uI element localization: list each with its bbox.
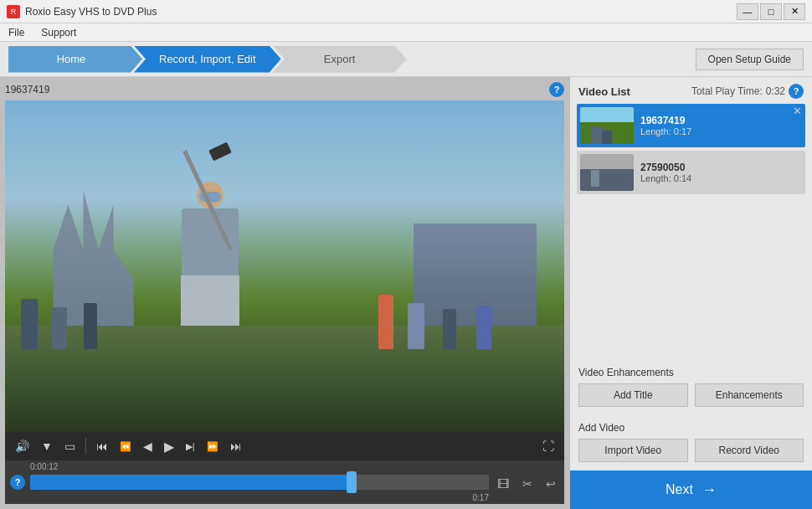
fullscreen-button[interactable]: ⛶	[539, 438, 558, 455]
next-arrow-icon: →	[702, 481, 717, 499]
volume-button[interactable]: 🔊	[12, 438, 33, 455]
timeline-area: ? 0:00:12 0:17 🎞 ✂ ↩	[5, 460, 564, 504]
titlebar: R Roxio Easy VHS to DVD Plus — □ ✕	[0, 0, 812, 23]
forward-10-button[interactable]: ⏩	[203, 440, 222, 454]
video-item-2-length: Length: 0:14	[640, 173, 802, 183]
timeline-current-time: 0:00:12	[30, 462, 58, 471]
enhancements-buttons: Add Title Enhancements	[578, 383, 804, 407]
app-icon: R	[7, 5, 20, 18]
enhancements-section-title: Video Enhancements	[578, 367, 804, 378]
video-title-bar: 19637419 ?	[5, 82, 564, 97]
video-item-2-info: 27590050 Length: 0:14	[640, 162, 802, 183]
controls-separator-1	[85, 438, 86, 455]
timeline-help-button[interactable]: ?	[10, 475, 25, 490]
video-item-1-length: Length: 0:17	[640, 126, 802, 136]
main-content: 19637419 ?	[0, 77, 812, 509]
skip-to-end-button[interactable]: ⏭	[227, 438, 245, 455]
video-item-2[interactable]: 27590050 Length: 0:14 ✕	[577, 151, 805, 194]
menu-file[interactable]: File	[5, 27, 28, 39]
enhancements-button[interactable]: Enhancements	[695, 383, 804, 407]
crowd-left	[5, 249, 162, 349]
record-video-button[interactable]: Record Video	[695, 439, 804, 462]
phone	[208, 142, 232, 162]
video-item-2-name: 27590050	[640, 162, 802, 173]
video-list: 19637419 Length: 0:17 ✕ 27590050	[570, 104, 812, 194]
left-panel: 19637419 ?	[0, 77, 569, 509]
add-video-section-title: Add Video	[578, 422, 804, 434]
video-scene	[5, 100, 564, 432]
step-back-button[interactable]: ◀	[140, 438, 156, 455]
cut-button[interactable]: ✂	[519, 476, 536, 491]
timeline-progress	[30, 475, 352, 490]
close-button[interactable]: ✕	[784, 3, 805, 20]
maximize-button[interactable]: □	[760, 3, 782, 20]
video-thumb-1	[580, 107, 634, 144]
right-panel: Video List Total Play Time: 0:32 ? 19637…	[569, 77, 812, 509]
video-frame	[5, 100, 564, 432]
tab-export[interactable]: Export	[273, 46, 407, 73]
video-item-1-info: 19637419 Length: 0:17	[640, 115, 802, 136]
video-thumb-2	[580, 154, 634, 191]
tab-home[interactable]: Home	[8, 46, 142, 73]
menu-support[interactable]: Support	[38, 27, 80, 39]
video-list-header: Video List Total Play Time: 0:32 ?	[570, 77, 812, 104]
titlebar-left: R Roxio Easy VHS to DVD Plus	[7, 5, 157, 18]
tab-record-import-edit[interactable]: Record, Import, Edit	[134, 46, 281, 73]
crop-button[interactable]: ▭	[61, 438, 79, 455]
step-forward-button[interactable]: ▶|	[182, 440, 198, 454]
timeline-end-time: 0:17	[473, 493, 489, 502]
open-setup-guide-button[interactable]: Open Setup Guide	[696, 49, 804, 70]
film-strip-button[interactable]: 🎞	[494, 476, 512, 491]
enhancements-section: Video Enhancements Add Title Enhancement…	[570, 360, 812, 415]
crowd-right	[368, 249, 564, 349]
total-play-time: Total Play Time: 0:32 ?	[691, 84, 804, 99]
right-spacer	[570, 194, 812, 360]
play-button[interactable]: ▶	[161, 437, 177, 456]
app-title: Roxio Easy VHS to DVD Plus	[25, 6, 157, 18]
timeline-wrapper: 0:00:12 0:17	[30, 462, 489, 502]
next-button[interactable]: Next →	[570, 470, 812, 509]
video-help-button[interactable]: ?	[549, 82, 564, 97]
volume-dropdown-button[interactable]: ▼	[38, 438, 56, 455]
import-video-button[interactable]: Import Video	[578, 439, 688, 462]
navigation-bar: Home Record, Import, Edit Export Open Se…	[0, 42, 812, 77]
add-video-buttons: Import Video Record Video	[578, 439, 804, 462]
nav-tabs: Home Record, Import, Edit Export	[8, 42, 696, 76]
menubar: File Support	[0, 23, 812, 42]
add-video-section: Add Video Import Video Record Video	[570, 415, 812, 470]
timeline-track[interactable]	[30, 475, 489, 490]
undo-button[interactable]: ↩	[542, 476, 559, 491]
next-label: Next	[666, 482, 693, 497]
video-item-1-remove-button[interactable]: ✕	[793, 105, 802, 116]
playback-controls: 🔊 ▼ ▭ ⏮ ⏪ ◀ ▶ ▶| ⏩ ⏭ ⛶	[5, 432, 564, 460]
add-title-button[interactable]: Add Title	[578, 383, 688, 407]
video-item-1-name: 19637419	[640, 115, 802, 126]
video-display	[5, 100, 564, 432]
video-list-help-button[interactable]: ?	[789, 84, 804, 99]
skip-to-start-button[interactable]: ⏮	[93, 438, 111, 455]
titlebar-controls[interactable]: — □ ✕	[737, 3, 805, 20]
video-list-title: Video List	[578, 85, 630, 98]
video-item-2-remove-button[interactable]: ✕	[793, 152, 802, 163]
video-item-1[interactable]: 19637419 Length: 0:17 ✕	[577, 104, 805, 147]
timeline-toolbar: 🎞 ✂ ↩	[494, 473, 559, 491]
minimize-button[interactable]: —	[737, 3, 758, 20]
rewind-10-button[interactable]: ⏪	[116, 440, 135, 454]
video-clip-title: 19637419	[5, 84, 49, 95]
timeline-thumb[interactable]	[347, 471, 357, 493]
